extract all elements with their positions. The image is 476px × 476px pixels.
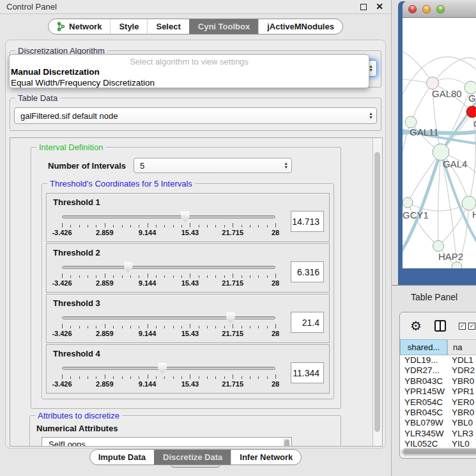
network-node[interactable] bbox=[427, 77, 439, 89]
tab-network[interactable]: Network bbox=[49, 19, 110, 34]
settings-scrollbar[interactable] bbox=[372, 138, 382, 446]
attributes-group: Attributes to discretize Numerical Attri… bbox=[29, 415, 341, 447]
threshold-panel-1: Threshold 1-3.4262.8599.14415.4321.71528… bbox=[46, 193, 330, 242]
table-cell: YDR27... bbox=[400, 365, 447, 376]
split-view-icon[interactable] bbox=[434, 320, 446, 332]
threshold-slider-3[interactable]: -3.4262.8599.14415.4321.71528 bbox=[62, 312, 275, 337]
slider-thumb[interactable] bbox=[158, 363, 167, 374]
table-horizontal-scrollbar[interactable] bbox=[402, 448, 476, 456]
tab-discretize-data[interactable]: Discretize Data bbox=[154, 450, 231, 464]
popup-item-manual-discretization[interactable]: Manual Discretization bbox=[10, 66, 369, 77]
slider-ticks bbox=[62, 223, 275, 228]
checkbox-icon[interactable]: ✓ bbox=[468, 323, 475, 330]
table-column-header-na[interactable]: na bbox=[447, 339, 476, 355]
threshold-slider-2[interactable]: -3.4262.8599.14415.4321.71528 bbox=[62, 261, 275, 287]
table-row[interactable]: YER054CYER0 bbox=[400, 397, 476, 408]
slider-thumb[interactable] bbox=[181, 211, 190, 222]
node-table: shared...na YDL19...YDL1YDR27...YDR2YBR0… bbox=[400, 339, 476, 450]
slider-thumb[interactable] bbox=[226, 312, 235, 323]
network-icon bbox=[57, 22, 65, 31]
node-table-rows: YDL19...YDL1YDR27...YDR2YBR043CYBR0YPR14… bbox=[400, 355, 476, 450]
table-data-combo-value: galFiltered.sif default node bbox=[20, 111, 118, 121]
threshold-value-field-3[interactable]: 21.4 bbox=[291, 312, 324, 333]
number-of-intervals-combo[interactable]: 5 ▲▼ bbox=[134, 158, 292, 173]
network-canvas-svg: GAL80GACGAL11GAL4GCY1HHAP2 bbox=[403, 18, 476, 268]
table-cell: YDL19... bbox=[400, 355, 447, 365]
tab-select[interactable]: Select bbox=[147, 19, 188, 34]
column-checkboxes: ✓ ✓ bbox=[459, 323, 475, 330]
tab-infer-network[interactable]: Infer Network bbox=[231, 450, 301, 464]
threshold-value-field-4[interactable]: 11.344 bbox=[291, 362, 324, 383]
scrollbar-thumb[interactable] bbox=[374, 152, 380, 432]
tab-impute-data[interactable]: Impute Data bbox=[90, 450, 154, 464]
attributes-list-scrollbar[interactable] bbox=[283, 438, 291, 447]
scrollbar-thumb[interactable] bbox=[284, 440, 289, 447]
popup-item-equal-width-frequency-discretization[interactable]: Equal Width/Frequency Discretization bbox=[10, 77, 369, 88]
close-icon[interactable]: ✕ bbox=[376, 1, 383, 12]
threshold-label: Threshold 4 bbox=[53, 349, 324, 358]
threshold-panel-3: Threshold 3-3.4262.8599.14415.4321.71528… bbox=[46, 294, 330, 343]
minimize-traffic-light-icon[interactable] bbox=[422, 5, 431, 13]
network-window-titlebar bbox=[403, 1, 476, 18]
settings-scroll-content: Interval Definition Number of Intervals … bbox=[10, 138, 372, 446]
network-node-label: H bbox=[472, 209, 476, 220]
combo-stepper-icon: ▲▼ bbox=[369, 108, 373, 123]
close-traffic-light-icon[interactable] bbox=[408, 5, 417, 13]
threshold-slider-4[interactable]: -3.4262.8599.14415.4321.71528 bbox=[62, 362, 275, 388]
thresholds-group-label: Threshold's Coordinates for 5 Intervals bbox=[47, 179, 195, 188]
attribute-item-selfloops[interactable]: SelfLoops bbox=[49, 440, 282, 447]
checkbox-icon[interactable]: ✓ bbox=[459, 323, 466, 330]
table-row[interactable]: YDL19...YDL1 bbox=[400, 355, 476, 365]
tab-jactivemnodules[interactable]: jActiveMNodules bbox=[258, 19, 342, 34]
table-column-header-shared-[interactable]: shared... bbox=[400, 339, 447, 355]
table-row[interactable]: YPR145WYPR1 bbox=[400, 387, 476, 397]
table-cell: YLR345W bbox=[400, 429, 447, 439]
table-data-combo[interactable]: galFiltered.sif default node ▲▼ bbox=[14, 107, 377, 124]
settings-scroll-area: Interval Definition Number of Intervals … bbox=[10, 137, 383, 447]
table-row[interactable]: YLR345WYLR3 bbox=[400, 429, 476, 439]
network-node[interactable] bbox=[464, 81, 476, 94]
network-node[interactable] bbox=[403, 197, 413, 208]
table-row[interactable]: YBL079WYBL0 bbox=[400, 418, 476, 428]
threshold-value-field-2[interactable]: 6.316 bbox=[291, 261, 324, 282]
table-row[interactable]: YBR045CYBR0 bbox=[400, 408, 476, 418]
table-cell: YER054C bbox=[400, 397, 447, 408]
gear-icon[interactable]: ⚙ bbox=[410, 319, 422, 332]
attributes-group-label: Attributes to discretize bbox=[35, 411, 122, 420]
table-cell: YBR043C bbox=[400, 376, 447, 387]
network-node-label: GAL4 bbox=[443, 158, 467, 169]
table-cell: YBR0 bbox=[447, 376, 476, 387]
number-of-intervals-row: Number of Intervals 5 ▲▼ bbox=[48, 158, 335, 173]
threshold-panel-4: Threshold 4-3.4262.8599.14415.4321.71528… bbox=[46, 344, 330, 394]
tab-cyni-toolbox[interactable]: Cyni Toolbox bbox=[189, 19, 258, 34]
network-edge bbox=[411, 83, 433, 122]
network-node[interactable] bbox=[466, 106, 476, 118]
zoom-traffic-light-icon[interactable] bbox=[436, 5, 445, 13]
numerical-attributes-label: Numerical Attributes bbox=[36, 424, 335, 433]
network-edge bbox=[438, 152, 441, 246]
network-node[interactable] bbox=[452, 262, 462, 268]
slider-thumb[interactable] bbox=[124, 262, 133, 273]
table-data-label: Table Data bbox=[15, 93, 60, 103]
slider-tick-labels: -3.4262.8599.14415.4321.71528 bbox=[62, 279, 275, 287]
threshold-slider-1[interactable]: -3.4262.8599.14415.4321.71528 bbox=[62, 211, 275, 236]
threshold-label: Threshold 3 bbox=[53, 298, 324, 308]
scrollbar-thumb[interactable] bbox=[403, 449, 476, 454]
threshold-value-field-1[interactable]: 14.713 bbox=[291, 211, 324, 232]
control-panel: Control Panel ✕ NetworkStyleSelectCyni T… bbox=[0, 0, 391, 476]
table-row[interactable]: YBR043CYBR0 bbox=[400, 376, 476, 387]
bottom-tabbar: Impute DataDiscretize DataInfer Network bbox=[0, 449, 391, 465]
table-cell: YPR145W bbox=[400, 387, 447, 397]
right-panel: GAL80GACGAL11GAL4GCY1HHAP2 Table Panel ⚙… bbox=[391, 0, 476, 476]
table-cell: YER0 bbox=[447, 397, 476, 408]
tab-style[interactable]: Style bbox=[110, 19, 147, 34]
network-node-label: GAL80 bbox=[432, 88, 462, 99]
network-node[interactable] bbox=[462, 196, 476, 210]
network-canvas[interactable]: GAL80GACGAL11GAL4GCY1HHAP2 bbox=[403, 18, 476, 268]
float-window-icon[interactable] bbox=[360, 4, 367, 10]
numerical-attributes-list[interactable]: SelfLoopsTopologicalCoefficientBetweenne… bbox=[42, 437, 292, 447]
table-row[interactable]: YDR27...YDR2 bbox=[400, 365, 476, 376]
slider-tick-labels: -3.4262.8599.14415.4321.71528 bbox=[62, 330, 275, 337]
network-node[interactable] bbox=[433, 241, 444, 252]
control-panel-tabbar: NetworkStyleSelectCyni ToolboxjActiveMNo… bbox=[0, 14, 391, 38]
